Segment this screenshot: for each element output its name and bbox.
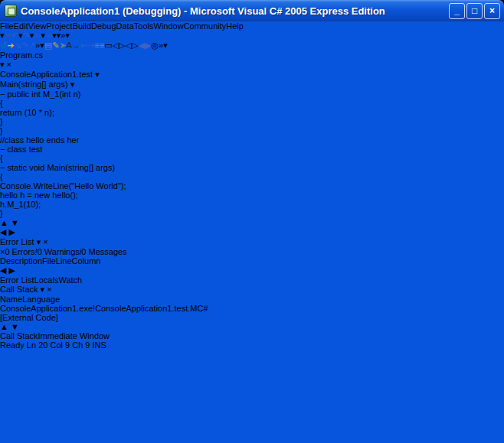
scroll-left-button[interactable]: ◀	[0, 265, 6, 275]
cut-button[interactable]: ✂	[5, 31, 11, 40]
previous-bookmark-in-folder-button[interactable]: ◁	[126, 41, 132, 50]
error-list-close-button[interactable]: ×	[43, 237, 47, 246]
error-list-menu-button[interactable]: ▾	[37, 237, 41, 246]
decrease-line-indent-button[interactable]: ⇤	[80, 41, 87, 50]
step-out-button[interactable]: ↗	[28, 41, 35, 50]
tab-label: Watch	[58, 275, 82, 285]
minimize-button[interactable]: _	[449, 3, 465, 19]
maximize-button[interactable]: □	[466, 3, 483, 19]
tab-locals[interactable]: Locals	[34, 275, 59, 285]
code-line: {	[0, 99, 504, 108]
menu-debug[interactable]: Debug	[91, 21, 116, 31]
menu-edit[interactable]: Edit	[14, 21, 28, 31]
warnings-filter-button[interactable]: !0 Warnings	[35, 247, 80, 256]
code-token: new	[34, 191, 50, 200]
call-stack-menu-button[interactable]: ▾	[41, 285, 45, 294]
error-list-horizontal-scrollbar[interactable]: ◀ ▶	[0, 265, 504, 275]
call-stack-column-header-language[interactable]: Language	[22, 295, 60, 304]
document-list-dropdown-button[interactable]: ▾	[0, 60, 5, 69]
error-list-column-header-file[interactable]: File	[42, 256, 56, 265]
step-into-button[interactable]: ↘	[14, 41, 21, 50]
decrease-line-indent-icon: ⇤	[80, 41, 87, 50]
menu-data[interactable]: Data	[116, 21, 134, 31]
scroll-up-button[interactable]: ▲	[0, 322, 8, 331]
call-stack-frame[interactable]: ConsoleApplication1.exe!ConsoleApplicati…	[0, 304, 504, 313]
tab-call-stack[interactable]: Call Stack	[0, 331, 38, 340]
errors-filter-button[interactable]: ×0 Errors	[0, 247, 35, 256]
menu-file[interactable]: File	[0, 21, 14, 31]
messages-filter-button[interactable]: i0 Messages	[80, 247, 127, 256]
redo-button[interactable]: ↷▾	[23, 31, 34, 40]
menu-help[interactable]: Help	[226, 21, 244, 31]
error-list-title-bar[interactable]: Error List ▾ ×	[0, 237, 504, 247]
call-stack-title-bar[interactable]: Call Stack ▾ ×	[0, 285, 504, 295]
code-line-text: }	[0, 117, 3, 126]
navigate-backward-button[interactable]: ⇦▾	[34, 31, 45, 40]
scroll-down-button[interactable]: ▼	[11, 218, 19, 227]
code-line: {	[0, 154, 504, 163]
previous-bookmark-in-document-button[interactable]: ◀	[139, 41, 145, 50]
navigation-bar: ConsoleApplication1.test ▾ Main(string[]…	[0, 70, 504, 90]
tab-error-list[interactable]: Error List	[0, 275, 34, 285]
chevron-down-icon[interactable]: ▾	[95, 70, 100, 79]
menu-view[interactable]: View	[28, 21, 47, 31]
tab-label: Call Stack	[0, 331, 38, 340]
title-bar[interactable]: ConsoleApplication1 (Debugging) - Micros…	[0, 0, 504, 21]
scroll-down-button[interactable]: ▼	[11, 322, 19, 331]
display-word-completion-button[interactable]: A→	[67, 41, 80, 50]
display-quick-info-button[interactable]: ➤	[59, 41, 66, 50]
menu-build[interactable]: Build	[73, 21, 91, 31]
text-editor-toolbar-options-button[interactable]: »▾	[159, 41, 168, 50]
navigate-forward-button[interactable]: ⇨	[45, 31, 52, 40]
code-token: test	[29, 145, 43, 154]
restart-button[interactable]: ↺	[0, 41, 7, 50]
clear-bookmarks-button[interactable]: ◎	[151, 41, 159, 50]
types-combo[interactable]: ConsoleApplication1.test ▾	[0, 70, 504, 80]
previous-bookmark-button[interactable]: ◁	[113, 41, 119, 50]
editor-vertical-scrollbar[interactable]: ▲ ▼	[0, 218, 504, 227]
error-list-column-header-description[interactable]: Description	[0, 256, 42, 265]
editor-horizontal-scrollbar[interactable]: ◀ ▶	[0, 227, 504, 237]
code-token: string	[68, 163, 89, 172]
clear-bookmarks-icon: ◎	[151, 41, 159, 50]
debug-toolbar-options-button[interactable]: »▾	[35, 41, 44, 50]
menu-community[interactable]: Community	[184, 21, 227, 31]
scroll-right-button[interactable]: ▶	[9, 227, 15, 236]
chevron-down-icon[interactable]: ▾	[70, 80, 75, 89]
display-parameter-info-button[interactable]: ✎	[52, 41, 59, 50]
display-object-member-list-button[interactable]: ▤	[44, 41, 52, 50]
code-editor[interactable]: − public int M_1(int n) { return (10 * n…	[0, 90, 504, 218]
scroll-right-button[interactable]: ▶	[9, 265, 15, 275]
step-over-button[interactable]: ↷	[21, 41, 28, 50]
call-stack-close-button[interactable]: ×	[47, 285, 51, 294]
code-line-text: static void Main(string[] args)	[5, 163, 115, 172]
scroll-left-button[interactable]: ◀	[0, 227, 6, 236]
code-line: Console.WriteLine("Hello World");	[0, 181, 504, 191]
error-list-column-header-column[interactable]: Column	[72, 256, 101, 265]
menu-window[interactable]: Window	[153, 21, 183, 31]
menu-project[interactable]: Project	[46, 21, 72, 31]
code-token: hello	[52, 191, 70, 200]
undo-button[interactable]: ↶▾	[11, 31, 23, 40]
toggle-bookmark-button[interactable]: ▭	[104, 41, 112, 50]
tab-watch[interactable]: Watch	[58, 275, 82, 285]
error-list-column-header-line[interactable]: Line	[56, 256, 72, 265]
close-button[interactable]: ×	[484, 3, 500, 19]
code-line: }	[0, 209, 504, 218]
menu-tools[interactable]: Tools	[134, 21, 154, 31]
next-bookmark-button[interactable]: ▷	[119, 41, 125, 50]
tab-program-cs[interactable]: Program.cs	[0, 50, 504, 60]
scroll-up-button[interactable]: ▲	[0, 218, 8, 227]
call-stack-column-header-name[interactable]: Name	[0, 295, 22, 304]
next-bookmark-in-folder-button[interactable]: ▷	[132, 41, 138, 50]
standard-toolbar-options-button[interactable]: »▾	[61, 31, 70, 40]
call-stack-panel: Call Stack ▾ × NameLanguage ConsoleAppli…	[0, 285, 504, 340]
code-token: ();	[70, 191, 77, 200]
display-quick-info-icon: ➤	[59, 41, 66, 50]
increase-line-indent-button[interactable]: ⇥	[87, 41, 94, 50]
call-stack-vertical-scrollbar[interactable]: ▲ ▼	[0, 322, 504, 331]
members-combo[interactable]: Main(string[] args) ▾	[0, 80, 504, 90]
call-stack-frame[interactable]: [External Code]	[0, 313, 504, 322]
tab-immediate-window[interactable]: Immediate Window	[38, 331, 110, 340]
close-document-button[interactable]: ×	[7, 60, 11, 69]
